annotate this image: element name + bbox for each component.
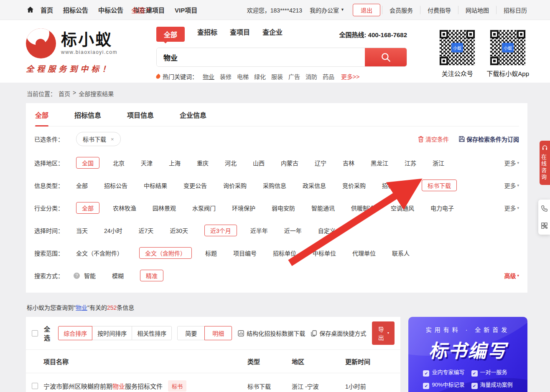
topbar-nav-item[interactable]: 首页 [41, 5, 53, 14]
search-tab[interactable]: 查项目 [230, 27, 250, 42]
online-consult-tab[interactable]: 在线咨询 [540, 141, 550, 185]
filter-option[interactable]: 空调通风 [391, 202, 414, 214]
filter-option[interactable]: 山西 [253, 157, 265, 169]
filter-option[interactable]: 招标预告 [382, 180, 405, 191]
filter-option[interactable]: 智能通讯 [311, 202, 335, 214]
filter-option[interactable]: 全国 [76, 157, 99, 169]
save-search-subscription-button[interactable]: 保存检索条件为订阅 [459, 135, 519, 143]
filter-option[interactable]: 近一年 [284, 225, 302, 236]
brand[interactable]: 标小蚁 www.biaoxiaoyi.com 全程服务到中标！ [26, 20, 156, 83]
more-industries-button[interactable]: 更多▾ [504, 204, 519, 212]
filter-option[interactable]: 浙江 [433, 157, 444, 169]
filter-option[interactable]: 代理单位 [352, 247, 376, 259]
filter-option[interactable]: 园林景观 [153, 202, 176, 214]
hot-keyword[interactable]: 服装 [271, 72, 283, 81]
filter-option[interactable]: 全文（含附件） [139, 247, 192, 259]
filter-option[interactable]: 全部 [76, 202, 99, 214]
logout-button[interactable]: 退出 [353, 4, 380, 16]
phone-icon[interactable] [541, 205, 547, 212]
clear-conditions-button[interactable]: 清空条件 [418, 135, 449, 143]
filter-option[interactable]: 近7天 [139, 225, 154, 236]
sort-option[interactable]: 按时间排序 [92, 326, 132, 340]
filter-option[interactable]: 北京 [113, 157, 125, 169]
row-checkbox[interactable] [32, 383, 38, 389]
sort-option[interactable]: 综合排序 [58, 326, 92, 340]
result-tab[interactable]: 项目信息 [126, 110, 155, 126]
filter-option[interactable]: 内蒙古 [281, 157, 298, 169]
filter-option[interactable]: 询价采购 [223, 180, 247, 191]
filter-option[interactable]: 招标公告 [104, 180, 127, 191]
filter-option[interactable]: 近3个月 [204, 225, 237, 236]
sort-option[interactable]: 相关性排序 [132, 326, 172, 340]
hot-keyword[interactable]: 药品 [323, 72, 334, 81]
search-button[interactable] [365, 48, 407, 66]
filter-option[interactable]: 近半年 [250, 225, 268, 236]
result-tab[interactable]: 招标信息 [74, 110, 102, 126]
topbar-link[interactable]: 付费指导 [420, 6, 458, 14]
view-option[interactable]: 明细 [204, 326, 232, 340]
qr-mini-icon[interactable] [541, 223, 547, 229]
hot-keyword[interactable]: 消防 [306, 72, 317, 81]
select-all-checkbox[interactable] [32, 330, 38, 336]
result-tab[interactable]: 全部 [34, 110, 49, 126]
filter-option[interactable]: 中标单位 [313, 247, 336, 259]
my-office-dropdown[interactable]: 我的办公室▼ [310, 6, 344, 14]
region-dropdown[interactable]: 全国▼ [131, 5, 150, 15]
breadcrumb-home-link[interactable]: 首页 [59, 89, 70, 98]
filter-option[interactable]: 项目编号 [233, 247, 257, 259]
topbar-nav-item[interactable]: VIP项目 [175, 5, 197, 14]
filter-option[interactable]: 当天 [76, 225, 88, 236]
hot-keyword[interactable]: 广告 [288, 72, 300, 81]
filter-option[interactable]: 招标单位 [273, 247, 296, 259]
filter-option[interactable]: 近30天 [170, 225, 188, 236]
filter-option[interactable]: 重庆 [197, 157, 209, 169]
hot-keyword[interactable]: 装修 [220, 72, 232, 81]
filter-option[interactable]: 模糊 [112, 270, 124, 281]
filter-option[interactable]: 河北 [225, 157, 237, 169]
bid-writing-promo-banner[interactable]: 实用有料 · 全新首发 标书编写 业内专家编写一对一服务90%中标记录海量成功案… [408, 317, 527, 392]
filter-option[interactable]: 吉林 [343, 157, 354, 169]
filter-option[interactable]: 标题 [205, 247, 217, 259]
hot-keyword[interactable]: 绿化 [254, 72, 266, 81]
project-title-link[interactable]: 宁波市鄞州区映樾府前期物业服务招标文件 [43, 382, 163, 390]
filter-option[interactable]: 变更公告 [183, 180, 207, 191]
filter-option[interactable]: 黑龙江 [371, 157, 388, 169]
help-icon[interactable]: ? [74, 273, 80, 279]
filter-option[interactable]: 全文（不含附件） [76, 247, 123, 259]
result-tab[interactable]: 企业信息 [179, 110, 207, 126]
search-tab[interactable]: 全部 [156, 27, 185, 42]
search-tab[interactable]: 查企业 [262, 27, 283, 42]
filter-option[interactable]: 中标结果 [144, 180, 167, 191]
topbar-link[interactable]: 会员服务 [382, 6, 420, 14]
keywords-more-link[interactable]: 更多>> [341, 72, 359, 81]
filter-option[interactable]: 上海 [169, 157, 181, 169]
remove-condition-icon[interactable]: × [111, 136, 114, 142]
view-option[interactable]: 简要 [177, 326, 205, 340]
filter-option[interactable]: 江苏 [405, 157, 416, 169]
filter-option[interactable]: 竞价采购 [342, 180, 366, 191]
export-button[interactable]: 导出▾ [372, 321, 395, 345]
filter-option[interactable]: 24小时 [104, 225, 122, 236]
filter-option[interactable]: 全部 [76, 180, 88, 191]
topbar-nav-item[interactable]: 招标公告 [63, 5, 88, 14]
hot-keyword[interactable]: 物业 [203, 72, 214, 81]
more-regions-button[interactable]: 更多▾ [504, 159, 519, 167]
filter-option[interactable]: 弱电安防 [272, 202, 295, 214]
filter-option[interactable]: 精准 [140, 270, 163, 281]
filter-option[interactable]: 天津 [141, 157, 153, 169]
filter-option[interactable]: 采购信息 [263, 180, 286, 191]
structured-download-button[interactable]: 结构化招投标数据下载 [238, 329, 305, 337]
topbar-link[interactable]: 招标日历 [496, 6, 534, 14]
topbar-link[interactable]: 网站地图 [458, 6, 496, 14]
search-input[interactable] [157, 48, 365, 66]
filter-option[interactable]: 辽宁 [315, 157, 326, 169]
filter-option[interactable]: 政采信息 [303, 180, 326, 191]
more-info-types-button[interactable]: 更多▾ [504, 181, 519, 190]
filter-option-bid-doc-download[interactable]: 标书下载 [422, 180, 457, 191]
filter-option[interactable]: 农林牧渔 [113, 202, 136, 214]
hot-keyword[interactable]: 电梯 [237, 72, 249, 81]
filter-option[interactable]: 自定义 [318, 225, 336, 236]
topbar-nav-item[interactable]: 中标公告 [98, 5, 123, 14]
desktop-shortcut-button[interactable]: 保存桌面快捷方式 [311, 329, 366, 337]
filter-option[interactable]: 供暖制冷 [351, 202, 374, 214]
